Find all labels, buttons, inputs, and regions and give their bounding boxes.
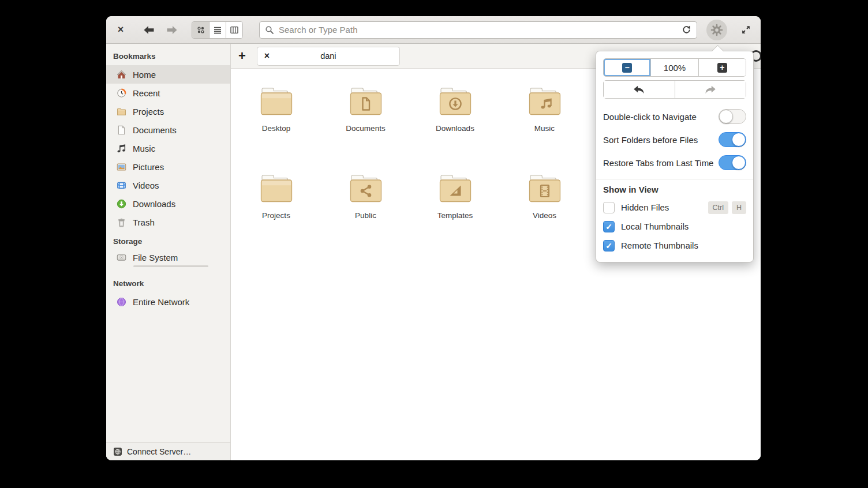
sidebar-section-storage: Storage xyxy=(106,231,230,250)
file-item-downloads[interactable]: Downloads xyxy=(410,85,500,133)
zoom-out-button[interactable]: − xyxy=(604,59,650,76)
toggle-knob xyxy=(732,156,746,170)
file-name: Projects xyxy=(262,211,290,220)
sidebar-item-label: Music xyxy=(133,144,155,153)
sort-folders-toggle[interactable] xyxy=(719,132,746,147)
sidebar-item-pictures[interactable]: Pictures xyxy=(106,157,230,176)
undo-button[interactable] xyxy=(604,81,675,98)
sidebar-item-videos[interactable]: Videos xyxy=(106,176,230,194)
zoom-level: 100% xyxy=(650,59,698,76)
redo-icon xyxy=(705,85,716,94)
checkbox-label: Local Thumbnails xyxy=(621,222,689,231)
hidden-files-checkbox[interactable] xyxy=(603,202,615,213)
file-item-videos[interactable]: Videos xyxy=(500,172,589,220)
settings-button[interactable] xyxy=(706,20,727,40)
undo-icon xyxy=(633,85,645,94)
check-icon: ✓ xyxy=(605,222,612,231)
checkbox-label: Remote Thumbnails xyxy=(621,241,698,250)
toolbar: × xyxy=(106,16,761,44)
search-icon xyxy=(265,25,274,35)
plus-icon: + xyxy=(717,63,727,73)
home-icon xyxy=(117,70,126,80)
file-name: Documents xyxy=(346,124,385,133)
column-view-button[interactable] xyxy=(226,22,242,38)
window-close-button[interactable]: × xyxy=(114,24,127,36)
tab-close-button[interactable]: × xyxy=(264,51,270,61)
shortcut-keys: Ctrl H xyxy=(708,201,746,214)
show-in-view-title: Show in View xyxy=(603,185,746,194)
new-tab-button[interactable]: + xyxy=(238,50,246,62)
recent-icon xyxy=(117,88,126,98)
toggle-label: Sort Folders before Files xyxy=(603,135,698,145)
sidebar-item-label: Pictures xyxy=(133,162,164,172)
toggle-knob xyxy=(732,133,746,147)
sidebar-item-trash[interactable]: Trash xyxy=(106,213,230,231)
key-h: H xyxy=(732,201,746,214)
double-click-toggle[interactable] xyxy=(719,109,746,124)
restore-tabs-toggle[interactable] xyxy=(719,155,746,170)
sidebar-item-documents[interactable]: Documents xyxy=(106,121,230,139)
harddisk-icon xyxy=(117,253,126,262)
connect-server-label: Connect Server… xyxy=(127,447,191,456)
folder-documents-icon xyxy=(347,85,385,117)
sidebar-item-downloads[interactable]: Downloads xyxy=(106,194,230,213)
minus-icon: − xyxy=(622,63,632,73)
checkbox-label: Hidden Files xyxy=(621,202,669,212)
back-arrow-icon xyxy=(143,25,155,35)
remote-thumbnails-checkbox[interactable]: ✓ xyxy=(603,240,615,251)
sidebar-item-music[interactable]: Music xyxy=(106,139,230,157)
redo-button[interactable] xyxy=(675,81,746,98)
folder-icon xyxy=(257,85,295,117)
file-name: Videos xyxy=(533,211,556,220)
sidebar-item-entire-network[interactable]: Entire Network xyxy=(106,292,230,311)
search-input[interactable] xyxy=(279,25,677,35)
file-name: Music xyxy=(534,124,555,133)
file-item-public[interactable]: Public xyxy=(321,172,410,220)
search-field[interactable] xyxy=(259,21,697,39)
folder-music-icon xyxy=(526,85,564,117)
file-item-desktop[interactable]: Desktop xyxy=(231,85,321,133)
local-thumbnails-checkbox[interactable]: ✓ xyxy=(603,221,615,232)
sidebar-section-network: Network xyxy=(106,273,230,292)
sidebar: Bookmarks Home Recent Projects Documents… xyxy=(106,44,231,460)
download-icon xyxy=(117,199,126,209)
trash-icon xyxy=(117,217,126,227)
fullscreen-button[interactable] xyxy=(739,23,753,37)
toggle-knob xyxy=(719,110,733,123)
file-item-music[interactable]: Music xyxy=(500,85,589,133)
connect-server-icon xyxy=(113,447,122,456)
key-ctrl: Ctrl xyxy=(708,201,728,214)
file-item-projects[interactable]: Projects xyxy=(231,172,321,220)
sidebar-section-bookmarks: Bookmarks xyxy=(106,46,230,65)
sidebar-item-recent[interactable]: Recent xyxy=(106,84,230,102)
list-view-button[interactable] xyxy=(209,22,226,38)
folder-videos-icon xyxy=(526,172,564,204)
file-name: Desktop xyxy=(262,124,291,133)
back-button[interactable] xyxy=(142,24,156,36)
file-item-documents[interactable]: Documents xyxy=(321,85,410,133)
column-view-icon xyxy=(230,25,239,35)
connect-server-button[interactable]: Connect Server… xyxy=(106,442,230,460)
sidebar-item-label: Documents xyxy=(133,125,177,135)
sidebar-item-file-system[interactable]: File System xyxy=(106,250,230,273)
sidebar-item-label: Entire Network xyxy=(133,297,189,307)
popover-separator xyxy=(596,179,753,179)
tab-dani[interactable]: × dani xyxy=(257,47,400,66)
forward-button[interactable] xyxy=(165,24,179,36)
file-item-templates[interactable]: Templates xyxy=(410,172,500,220)
sidebar-item-label: Home xyxy=(133,70,156,80)
sidebar-item-projects[interactable]: Projects xyxy=(106,102,230,121)
music-note-icon xyxy=(117,144,126,153)
folder-share-icon xyxy=(347,172,385,204)
folder-templates-icon xyxy=(436,172,474,204)
grid-view-icon xyxy=(196,25,205,35)
zoom-control: − 100% + xyxy=(603,58,746,77)
grid-view-button[interactable] xyxy=(192,22,209,38)
network-globe-icon xyxy=(117,297,126,307)
toggle-label: Restore Tabs from Last Time xyxy=(603,158,713,168)
sidebar-item-home[interactable]: Home xyxy=(106,65,230,84)
toggle-label: Double-click to Navigate xyxy=(603,112,697,122)
refresh-icon[interactable] xyxy=(682,25,691,35)
settings-popover: − 100% + Double-click to Navigate Sort F… xyxy=(596,51,754,262)
zoom-in-button[interactable]: + xyxy=(698,59,746,76)
